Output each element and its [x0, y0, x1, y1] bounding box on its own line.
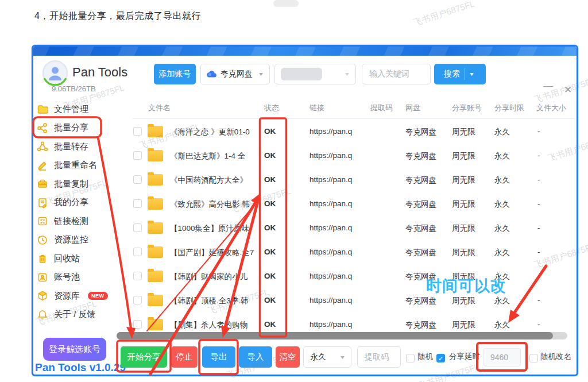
sidebar-item-7[interactable]: 链接检测: [37, 212, 123, 231]
monitor-icon: [37, 234, 48, 246]
sidebar-item-10[interactable]: 账号池: [37, 268, 123, 287]
row-checkbox[interactable]: [133, 151, 142, 160]
sidebar-item-9[interactable]: 回收站: [37, 249, 123, 268]
row-checkbox[interactable]: [133, 320, 142, 329]
share-delay-checkbox[interactable]: ✓: [436, 354, 445, 362]
folder-icon: [148, 319, 163, 330]
share-delay-label: 分享延时: [449, 352, 480, 362]
row-checkbox[interactable]: [133, 248, 142, 256]
cell-filename: 【国产剧】延禧攻略.全7: [170, 248, 254, 258]
app-avatar: [41, 59, 69, 87]
folder-icon: [148, 295, 163, 306]
window-title-bar[interactable]: [33, 47, 577, 56]
column-header-7: 分享时限: [494, 103, 524, 113]
row-checkbox[interactable]: [133, 272, 142, 280]
scrollbar-thumb[interactable]: [117, 332, 553, 339]
cell-account: 周无限: [452, 296, 475, 306]
cell-link[interactable]: https://pan.q: [310, 223, 352, 232]
sidebar-item-4[interactable]: 批量重命名: [37, 156, 123, 175]
library-icon: [37, 290, 48, 302]
cell-link[interactable]: https://pan.q: [310, 175, 352, 184]
add-account-button[interactable]: 添加账号: [154, 64, 196, 84]
random-rename-label: 随机改名: [540, 352, 571, 362]
cell-link[interactable]: https://pan.q: [310, 151, 352, 160]
sidebar-item-label: 批量转存: [54, 141, 88, 152]
cell-duration: 永久: [494, 151, 510, 161]
table-row[interactable]: 【韩剧】财阀家的小儿OKhttps://pan.q夸克网盘周无限永久-: [132, 264, 575, 288]
annotation-note: 时间可以改: [426, 276, 506, 296]
cell-link[interactable]: https://pan.q: [310, 127, 352, 136]
account-select-censored[interactable]: ▼: [274, 64, 356, 84]
cell-disk: 夸克网盘: [405, 296, 436, 306]
cell-link[interactable]: https://pan.q: [310, 199, 352, 208]
table-row[interactable]: 《致允熙》高分电影 韩OKhttps://pan.q夸克网盘周无限永久-: [132, 192, 575, 216]
cell-size: -: [537, 199, 540, 208]
cell-disk: 夸克网盘: [405, 175, 436, 186]
chevron-down-icon: ▼: [344, 71, 350, 77]
table-row[interactable]: 《斯巴达克斯》1-4 全OKhttps://pan.q夸克网盘周无限永久-: [132, 144, 575, 168]
cell-status: OK: [264, 223, 276, 232]
delay-value-input[interactable]: 9460: [483, 348, 521, 366]
sidebar-item-3[interactable]: 批量转存: [37, 137, 123, 156]
start-share-button[interactable]: 开始分享: [121, 346, 167, 368]
search-split-button[interactable]: 搜索 ▼: [434, 64, 486, 84]
keyword-input[interactable]: 输入关键词: [362, 64, 431, 84]
row-checkbox[interactable]: [133, 223, 142, 232]
cell-size: -: [537, 175, 540, 184]
cell-link[interactable]: https://pan.q: [310, 296, 352, 304]
row-checkbox[interactable]: [133, 296, 142, 304]
table-row[interactable]: 【国产剧】延禧攻略.全7OKhttps://pan.q夸克网盘周无限永久-: [132, 240, 575, 264]
search-dropdown-chevron-icon[interactable]: ▼: [465, 71, 478, 77]
cell-duration: 永久: [494, 127, 510, 137]
cell-link[interactable]: https://pan.q: [310, 320, 352, 329]
login-jingxuan-button[interactable]: 登录鲸选账号: [43, 338, 106, 361]
code-input[interactable]: 提取码: [357, 346, 401, 368]
cell-account: 周无限: [452, 248, 475, 258]
folder-icon: [148, 198, 163, 210]
folder-icon: [148, 246, 163, 258]
cell-status: OK: [264, 248, 276, 256]
duration-select[interactable]: 永久 ▼: [303, 346, 351, 368]
stop-button[interactable]: 停止: [171, 346, 198, 368]
cell-duration: 永久: [494, 175, 510, 186]
cell-size: -: [537, 272, 540, 280]
export-button[interactable]: 导出: [202, 346, 235, 368]
cell-disk: 夸克网盘: [405, 199, 436, 210]
cell-filename: 【1000集全】原汁原味: [170, 223, 249, 234]
sidebar-item-label: 资源库: [54, 291, 80, 302]
cell-status: OK: [264, 151, 276, 160]
folder-icon: [148, 150, 163, 161]
cell-disk: 夸克网盘: [405, 248, 436, 258]
chevron-down-icon: ▼: [339, 354, 346, 360]
cell-filename: 《斯巴达克斯》1-4 全: [170, 151, 245, 161]
person-icon: [52, 67, 59, 74]
recycle-icon: [37, 253, 48, 264]
table-row[interactable]: 【韩剧】顶楼.全3季.韩OKhttps://pan.q夸克网盘周无限永久-: [132, 288, 575, 312]
horizontal-scrollbar[interactable]: [117, 332, 567, 339]
sidebar-item-label: 回收站: [54, 253, 80, 264]
disk-select-value: 夸克网盘: [220, 69, 253, 79]
random-checkbox[interactable]: [406, 354, 415, 362]
cell-link[interactable]: https://pan.q: [310, 272, 352, 280]
row-checkbox[interactable]: [133, 175, 142, 184]
cell-filename: 《中国药酒配方大全》: [170, 175, 247, 186]
disk-select[interactable]: 夸克网盘 ▼: [200, 64, 270, 84]
row-checkbox[interactable]: [133, 127, 142, 136]
column-header-2: 状态: [264, 103, 279, 113]
account-pool-icon: [37, 272, 48, 283]
random-rename-checkbox[interactable]: [529, 354, 538, 362]
column-header-4: 提取码: [370, 103, 393, 113]
search-button-label[interactable]: 搜索: [442, 69, 465, 79]
table-row[interactable]: 【1000集全】原汁原味OKhttps://pan.q夸克网盘周无限永久-: [132, 216, 575, 240]
cell-link[interactable]: https://pan.q: [310, 248, 352, 256]
cell-size: -: [537, 296, 540, 304]
transfer-icon: [37, 141, 48, 152]
sidebar-item-8[interactable]: 资源监控: [37, 231, 123, 250]
storage-quota: 9.06TB/26TB: [52, 84, 96, 93]
quark-cloud-icon: [206, 70, 217, 79]
sidebar-nav: 文件管理批量分享批量转存批量重命名批量复制我的分享链接检测资源监控回收站账号池资…: [37, 100, 123, 324]
row-checkbox[interactable]: [133, 199, 142, 208]
cell-disk: 夸克网盘: [405, 127, 436, 137]
table-row[interactable]: 《中国药酒配方大全》OKhttps://pan.q夸克网盘周无限永久-: [132, 168, 575, 192]
sidebar-item-2[interactable]: 批量分享: [37, 119, 123, 138]
